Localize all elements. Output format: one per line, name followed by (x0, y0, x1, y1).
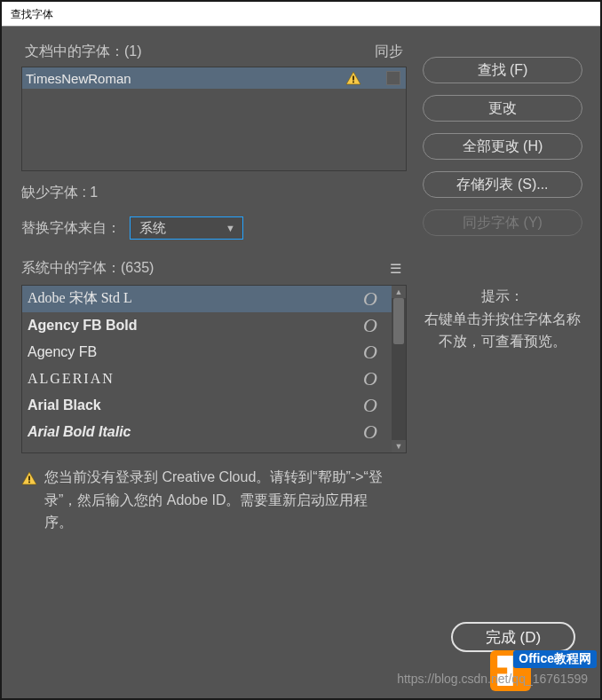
sys-font-row[interactable]: Agency FBO (22, 339, 392, 366)
sys-font-name: Agency FB Bold (28, 318, 360, 334)
doc-fonts-list[interactable]: TimesNewRoman (21, 67, 407, 171)
sys-font-row[interactable]: ALGERIANO (22, 366, 392, 392)
replace-from-label: 替换字体来自： (21, 219, 121, 238)
watermark-text: https://blog.csdn.net/qq_16761599 (397, 672, 588, 686)
opentype-icon: O (360, 394, 381, 417)
sys-font-name: Arial Bold Italic (28, 424, 360, 440)
opentype-icon: O (360, 421, 381, 444)
opentype-icon: O (360, 314, 381, 337)
scroll-track[interactable] (392, 298, 406, 440)
hint-text: 提示： 右键单击并按住字体名称不放，可查看预览。 (423, 285, 582, 353)
sync-fonts-button: 同步字体 (Y) (423, 209, 582, 236)
sys-font-row[interactable]: Arial Bold ItalicO (22, 419, 392, 445)
sys-font-name: Adobe 宋体 Std L (28, 289, 360, 308)
scroll-up-icon[interactable]: ▲ (392, 286, 406, 298)
missing-fonts-label: 缺少字体 : 1 (21, 184, 407, 202)
svg-rect-3 (28, 482, 30, 484)
warning-icon (21, 469, 37, 534)
svg-rect-1 (352, 82, 354, 83)
sys-font-row[interactable]: Arial BlackO (22, 392, 392, 419)
scrollbar[interactable]: ▲ ▼ (392, 286, 406, 452)
scroll-thumb[interactable] (393, 298, 404, 344)
change-button[interactable]: 更改 (423, 95, 582, 122)
office-badge-label: Office教程网 (513, 650, 597, 668)
doc-font-name: TimesNewRoman (26, 71, 345, 86)
sync-checkbox[interactable] (386, 71, 400, 85)
save-list-button[interactable]: 存储列表 (S)... (423, 171, 582, 198)
list-view-icon[interactable]: ☰ (390, 261, 401, 277)
warning-icon (345, 71, 361, 85)
chevron-down-icon: ▼ (226, 223, 235, 233)
change-all-button[interactable]: 全部更改 (H) (423, 133, 582, 160)
opentype-icon: O (360, 287, 381, 311)
login-warning: 您当前没有登录到 Creative Cloud。请转到“帮助”->“登录”，然后… (21, 466, 407, 534)
window-titlebar: 查找字体 (2, 2, 600, 27)
warning-text: 您当前没有登录到 Creative Cloud。请转到“帮助”->“登录”，然后… (44, 466, 385, 534)
sync-column-label: 同步 (375, 43, 403, 61)
sys-font-name: ALGERIAN (28, 371, 360, 387)
svg-rect-0 (352, 76, 354, 81)
done-button[interactable]: 完成 (D) (451, 622, 575, 652)
sys-font-name: Arial Black (28, 397, 360, 413)
sys-font-name: Agency FB (28, 344, 360, 360)
hint-body: 右键单击并按住字体名称不放，可查看预览。 (423, 308, 582, 353)
replace-source-dropdown[interactable]: 系统 ▼ (130, 216, 243, 240)
sys-fonts-label: 系统中的字体：(635) (21, 259, 154, 278)
sys-font-row[interactable]: Agency FB BoldO (22, 312, 392, 339)
svg-rect-2 (28, 476, 30, 481)
dropdown-value: 系统 (139, 220, 166, 237)
window-title: 查找字体 (11, 8, 53, 20)
hint-title: 提示： (423, 285, 582, 308)
find-button[interactable]: 查找 (F) (423, 57, 582, 83)
doc-font-row[interactable]: TimesNewRoman (22, 67, 406, 89)
opentype-icon: O (360, 367, 381, 390)
doc-fonts-label: 文档中的字体：(1) (25, 43, 142, 61)
scroll-down-icon[interactable]: ▼ (392, 440, 406, 452)
sys-font-row[interactable]: Adobe 宋体 Std LO (22, 286, 392, 312)
doc-fonts-header: 文档中的字体：(1) 同步 (21, 43, 407, 61)
sys-fonts-list[interactable]: Adobe 宋体 Std LOAgency FB BoldOAgency FBO… (21, 285, 407, 453)
opentype-icon: O (360, 341, 381, 364)
